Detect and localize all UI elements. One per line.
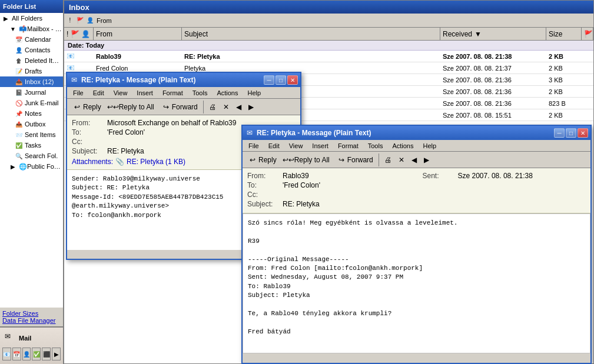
prev-icon-2: ◀ [412,156,417,164]
attachments-label-1: Attachments: [72,158,113,166]
toolbar-flag-icon[interactable]: 🚩 [75,16,85,25]
menu-tools-2[interactable]: Tools [363,141,388,151]
sidebar-item-mailbox[interactable]: ▼ 📫 Mailbox - Rablo40 [0,24,63,34]
subject-label-1: Subject: [72,147,107,155]
menu-file-2[interactable]: File [244,141,264,151]
maximize-button-2[interactable]: □ [566,128,576,138]
from-label-1: From: [72,119,107,127]
sort-arrow-icon: ▼ [474,30,482,38]
col-icons-header[interactable]: ! 🚩 👤 [64,28,94,40]
minimize-button-1[interactable]: ─ [264,75,274,85]
col-received-header[interactable]: Received ▼ [440,28,546,40]
menu-edit-1[interactable]: Edit [88,88,109,98]
toolbar-from-label: From [97,17,112,24]
sidebar-item-notes[interactable]: 📌 Notes [0,108,63,119]
next-button-1[interactable]: ▶ [245,101,257,113]
menu-format-2[interactable]: Format [333,141,363,151]
nav-btn-6[interactable]: ▶ [52,348,61,360]
col-subject-header[interactable]: Subject [182,28,440,40]
folder-label: All Folders [12,15,42,22]
msg-body-2[interactable]: Szó sincs róla! Meg egyébként is olvassa… [243,213,590,353]
sidebar-item-search[interactable]: 🔍 Search Fol. [0,151,63,161]
email-subject: Pletyka [182,64,440,72]
menu-edit-2[interactable]: Edit [264,141,284,151]
sidebar-item-outbox[interactable]: 📤 Outbox [0,119,63,129]
close-button-1[interactable]: ✕ [287,75,298,85]
reply-button-2[interactable]: ↩ Reply [245,153,280,166]
col-size-header[interactable]: Size [546,28,582,40]
menu-actions-2[interactable]: Actions [387,141,418,151]
next-button-2[interactable]: ▶ [421,154,432,166]
nav-btn-5[interactable]: ⬛ [42,348,51,360]
menu-actions-1[interactable]: Actions [212,88,243,98]
folder-label: Deleted Items [25,57,62,64]
data-file-manager-link[interactable]: Data File Manager [2,317,61,324]
sidebar-item-sent[interactable]: 📨 Sent Items [0,129,63,140]
print-button-2[interactable]: 🖨 [381,154,394,166]
sidebar-item-calendar[interactable]: 📅 Calendar [0,34,63,45]
nav-btn-3[interactable]: 👤 [22,348,31,360]
menu-help-2[interactable]: Help [418,141,441,151]
menu-view-2[interactable]: View [284,141,308,151]
sidebar-item-public[interactable]: ▶ 🌐 Public Folders [0,161,63,172]
attach-icon-1: 📎 [115,158,124,166]
sidebar: Folder List ▶ All Folders ▼ 📫 Mailbox - … [0,0,64,364]
reply-all-label-2: Reply to All [294,156,330,164]
maximize-button-1[interactable]: □ [276,75,286,85]
attachment-name-1[interactable]: RE: Pletyka (1 KB) [127,158,185,166]
reply-all-button-1[interactable]: ↩↩ Reply to All [105,101,157,113]
sidebar-item-junk[interactable]: 🚫 Junk E-mail [0,98,63,108]
window-title-1: RE: Pletyka - Message (Plain Text) [81,76,264,84]
close-button-2[interactable]: ✕ [578,128,588,138]
sidebar-item-tasks[interactable]: ✅ Tasks [0,140,63,151]
email-received: Sze 2007. 08. 08. 15:51 [440,111,546,119]
inbox-header: Inbox [64,1,593,14]
to-label-1: To: [72,128,107,136]
nav-btn-1[interactable]: 📧 [2,348,11,360]
menubar-1: File Edit View Insert Format Tools Actio… [67,87,300,99]
menu-file-1[interactable]: File [68,88,88,98]
nav-btn-2[interactable]: 📅 [12,348,21,360]
sidebar-item-all-folders[interactable]: ▶ All Folders [0,13,63,24]
menu-insert-1[interactable]: Insert [132,88,158,98]
col-from-header[interactable]: From [94,28,182,40]
toolbar-person-icon[interactable]: 👤 [85,16,95,25]
sidebar-item-drafts[interactable]: 📝 Drafts [0,66,63,76]
col-flag-header[interactable]: 🚩 [582,28,593,40]
prev-button-1[interactable]: ◀ [233,101,244,113]
email-row[interactable]: 📧 Rablo39 RE: Pletyka Sze 2007. 08. 08. … [64,51,593,62]
email-from: Rablo39 [94,52,182,61]
sidebar-item-deleted[interactable]: 🗑 Deleted Items [0,55,63,66]
sidebar-item-inbox[interactable]: 📥 Inbox (12) [0,76,63,87]
reply-button-1[interactable]: ↩ Reply [69,101,104,113]
menu-insert-2[interactable]: Insert [307,141,333,151]
junk-icon: 🚫 [14,98,24,108]
menu-tools-1[interactable]: Tools [188,88,213,98]
sidebar-item-contacts[interactable]: 👤 Contacts [0,45,63,55]
menu-format-1[interactable]: Format [158,88,188,98]
reply-label-1: Reply [83,103,101,111]
menu-help-1[interactable]: Help [243,88,266,98]
sep-1 [203,101,204,113]
print-button-1[interactable]: 🖨 [206,101,219,113]
window-title-2: RE: Pletyka - Message (Plain Text) [257,129,554,137]
forward-button-2[interactable]: ↪ Forward [334,153,376,166]
forward-button-1[interactable]: ↪ Forward [158,101,201,113]
prev-button-2[interactable]: ◀ [409,154,420,166]
toolbar-exclaim-icon[interactable]: ! [65,16,75,25]
nav-mail[interactable]: ✉ Mail [1,330,62,346]
folder-sizes-link[interactable]: Folder Sizes [2,310,61,317]
delete-button-2[interactable]: ✕ [396,154,407,166]
col-received-label: Received [443,30,472,38]
email-flag [582,56,593,57]
sidebar-title: Folder List [0,0,63,13]
mailbox-icon2: 📫 [19,25,27,33]
to-label-2: To: [247,181,283,189]
nav-btn-4[interactable]: ✅ [32,348,41,360]
reply-all-button-2[interactable]: ↩↩ Reply to All [281,153,333,166]
folder-label: Junk E-mail [25,99,58,106]
menu-view-1[interactable]: View [109,88,132,98]
minimize-button-2[interactable]: ─ [554,128,565,138]
delete-button-1[interactable]: ✕ [220,101,232,113]
sidebar-item-journal[interactable]: 📓 Journal [0,87,63,98]
